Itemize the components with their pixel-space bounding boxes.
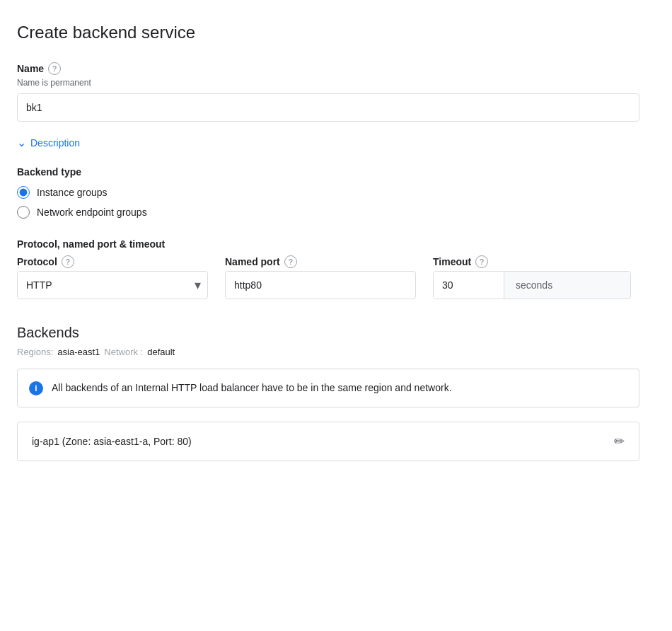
radio-network-endpoint-groups[interactable]: Network endpoint groups — [17, 206, 655, 219]
protocol-select-wrapper: HTTP HTTPS HTTP/2 TCP SSL ▾ — [17, 271, 208, 299]
edit-icon[interactable]: ✏ — [614, 434, 625, 449]
timeout-field: Timeout ? seconds — [433, 255, 631, 299]
page-title: Create backend service — [17, 23, 655, 42]
description-toggle-label: Description — [30, 137, 80, 149]
name-input[interactable] — [17, 93, 639, 122]
timeout-wrapper: seconds — [433, 271, 631, 299]
backend-type-radio-group: Instance groups Network endpoint groups — [17, 186, 655, 219]
network-value: default — [147, 347, 175, 357]
timeout-label-text: Timeout — [433, 256, 471, 267]
radio-label-network-endpoint-groups: Network endpoint groups — [37, 207, 147, 218]
name-label: Name ? — [17, 62, 655, 75]
protocol-select[interactable]: HTTP HTTPS HTTP/2 TCP SSL — [17, 271, 208, 299]
backend-type-section: Backend type Instance groups Network end… — [17, 166, 655, 219]
named-port-field: Named port ? — [225, 255, 416, 299]
info-box: i All backends of an Internal HTTP load … — [17, 369, 639, 407]
protocol-section: Protocol, named port & timeout Protocol … — [17, 238, 655, 299]
radio-input-network-endpoint-groups[interactable] — [17, 206, 30, 219]
chevron-down-icon: ⌄ — [17, 136, 26, 149]
backends-meta: Regions: asia-east1 Network : default — [17, 347, 655, 357]
named-port-label: Named port ? — [225, 255, 416, 268]
radio-label-instance-groups: Instance groups — [37, 187, 108, 198]
protocol-row: Protocol ? HTTP HTTPS HTTP/2 TCP SSL ▾ N… — [17, 255, 655, 299]
timeout-suffix: seconds — [504, 272, 630, 299]
protocol-section-label: Protocol, named port & timeout — [17, 238, 655, 250]
network-separator: Network : — [104, 347, 143, 357]
timeout-label: Timeout ? — [433, 255, 631, 268]
backend-type-label: Backend type — [17, 166, 655, 178]
name-section: Name ? Name is permanent — [17, 62, 655, 122]
name-sublabel: Name is permanent — [17, 78, 655, 88]
protocol-field: Protocol ? HTTP HTTPS HTTP/2 TCP SSL ▾ — [17, 255, 208, 299]
info-text: All backends of an Internal HTTP load ba… — [52, 381, 452, 395]
info-icon: i — [29, 381, 43, 395]
backend-item: ig-ap1 (Zone: asia-east1-a, Port: 80) ✏ — [17, 422, 639, 461]
named-port-input[interactable] — [225, 271, 416, 299]
timeout-help-icon[interactable]: ? — [475, 255, 488, 268]
region-value: asia-east1 — [57, 347, 100, 357]
name-label-text: Name — [17, 63, 44, 74]
radio-input-instance-groups[interactable] — [17, 186, 30, 199]
backends-section: Backends Regions: asia-east1 Network : d… — [17, 325, 655, 461]
protocol-label-text: Protocol — [17, 256, 57, 267]
radio-instance-groups[interactable]: Instance groups — [17, 186, 655, 199]
name-help-icon[interactable]: ? — [48, 62, 61, 75]
protocol-help-icon[interactable]: ? — [62, 255, 74, 268]
protocol-label: Protocol ? — [17, 255, 208, 268]
backend-item-label: ig-ap1 (Zone: asia-east1-a, Port: 80) — [32, 436, 192, 447]
timeout-input[interactable] — [434, 272, 504, 299]
named-port-label-text: Named port — [225, 256, 280, 267]
region-label: Regions: — [17, 347, 53, 357]
backends-title: Backends — [17, 325, 655, 341]
description-toggle[interactable]: ⌄ Description — [17, 136, 655, 149]
named-port-help-icon[interactable]: ? — [284, 255, 297, 268]
